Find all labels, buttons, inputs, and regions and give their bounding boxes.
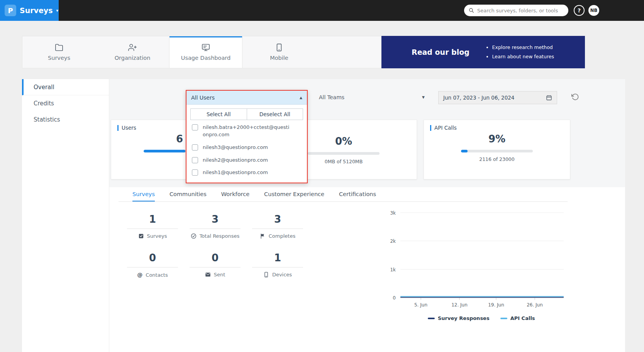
stat-label: Sent	[214, 272, 225, 278]
users-filter-panel: Select All Deselect All nilesh.batra+200…	[186, 105, 307, 183]
deselect-all-button[interactable]: Deselect All	[247, 108, 303, 120]
user-option[interactable]: nilesh1@questionpro.com	[190, 165, 303, 178]
line-chart: 3k 2k 1k 0 5. Jun 12. Jun 19. Jun 26. Ju…	[385, 206, 566, 322]
tab-mobile[interactable]: Mobile	[242, 36, 316, 68]
user-option-label: nilesh3@questionpro.com	[203, 144, 268, 151]
user-option[interactable]: nilesh3@questionpro.com	[190, 140, 303, 153]
select-all-button[interactable]: Select All	[190, 108, 247, 120]
blog-banner[interactable]: Read our blog Explore research method Le…	[381, 36, 585, 68]
sidebar-item-overall[interactable]: Overall	[22, 79, 109, 95]
content-tab-workforce[interactable]: Workforce	[221, 187, 249, 201]
users-filter-dropdown[interactable]: All Users ▲	[186, 91, 307, 105]
stat-sent: 0 Sent	[190, 252, 241, 278]
banner-bullet: Learn about new features	[492, 52, 554, 61]
stat-value: 0	[127, 252, 178, 267]
stat-contacts: 0 @ Contacts	[127, 252, 178, 278]
accent-bar	[430, 125, 431, 131]
sidebar-item-credits[interactable]: Credits	[22, 95, 109, 112]
date-range-picker[interactable]: Jun 07, 2023 - Jun 06, 2024	[438, 91, 557, 104]
user-option-checkbox[interactable]	[192, 157, 198, 163]
stat-value: 0	[190, 252, 241, 267]
tab-label: Surveys	[48, 55, 70, 61]
tab-label: Mobile	[270, 55, 288, 61]
y-tick: 2k	[390, 239, 396, 244]
teams-filter-dropdown[interactable]: All Teams ▼	[316, 91, 428, 103]
monitor-icon	[202, 43, 210, 52]
user-option-label: nilesh.batra+2000+cctest@questionpro.com	[203, 124, 292, 139]
legend-label: API Calls	[510, 315, 535, 321]
tab-surveys[interactable]: Surveys	[22, 36, 96, 68]
chevron-down-icon: ▼	[422, 95, 425, 99]
content-tab-certifications[interactable]: Certifications	[339, 187, 376, 201]
content-tab-communities[interactable]: Communities	[169, 187, 207, 201]
help-button[interactable]: ?	[574, 5, 585, 16]
chart-legend: Survey Responses API Calls	[428, 315, 535, 321]
stat-value: 3	[190, 213, 241, 229]
stat-value: 1	[252, 252, 303, 267]
user-option-checkbox[interactable]	[192, 144, 198, 151]
topbar: P Surveys ▾ ? NB	[0, 0, 644, 21]
rotate-ccw-icon	[571, 93, 579, 101]
legend-label: Survey Responses	[438, 315, 490, 321]
stat-total-responses: 3 Total Responses	[190, 213, 241, 239]
legend-survey-responses[interactable]: Survey Responses	[428, 315, 490, 321]
y-tick: 3k	[390, 210, 396, 216]
banner-bullets: Explore research method Learn about new …	[485, 43, 554, 61]
stat-surveys: 1 Surveys	[127, 213, 178, 239]
folder-icon	[55, 43, 63, 52]
reset-filters-button[interactable]	[571, 93, 581, 102]
global-search[interactable]	[464, 5, 568, 16]
user-option-checkbox[interactable]	[192, 169, 198, 176]
tab-usage-dashboard[interactable]: Usage Dashboard	[169, 36, 242, 68]
chevron-down-icon: ▾	[56, 8, 59, 13]
chevron-up-icon: ▲	[300, 96, 302, 100]
y-tick: 1k	[390, 267, 396, 272]
user-option[interactable]: nilesh.batra+2000+cctest@questionpro.com	[190, 120, 303, 140]
progress-fill	[461, 150, 468, 152]
questionpro-logo-icon: P	[5, 5, 16, 16]
sidebar-item-label: Credits	[34, 100, 54, 107]
usage-chart: 3k 2k 1k 0 5. Jun 12. Jun 19. Jun 26. Ju…	[385, 206, 566, 322]
user-option-checkbox[interactable]	[192, 124, 198, 130]
accent-bar	[117, 125, 119, 131]
storage-progress-bar	[308, 152, 380, 155]
stat-value: 3	[252, 213, 303, 229]
tab-label: Organization	[115, 55, 151, 61]
card-title-row: API Calls	[424, 120, 570, 131]
content-tabs: Surveys Communities Workforce Customer E…	[119, 187, 568, 202]
api-calls-value: 9%	[424, 133, 570, 145]
search-icon	[469, 8, 474, 13]
envelope-icon	[205, 272, 211, 278]
sidebar-item-statistics[interactable]: Statistics	[22, 112, 109, 128]
at-icon: @	[137, 272, 142, 278]
dashboard-sidebar: Overall Credits Statistics	[22, 79, 109, 352]
legend-swatch-icon	[500, 318, 507, 319]
module-tabs: Surveys Organization Usage Dashboard M	[22, 36, 381, 68]
search-input[interactable]	[477, 8, 564, 14]
users-filter-highlight: All Users ▲ Select All Deselect All nile…	[186, 90, 308, 183]
banner-bullet: Explore research method	[492, 43, 554, 52]
content-tab-surveys[interactable]: Surveys	[132, 187, 155, 201]
stat-completes: 3 Completes	[252, 213, 303, 239]
stat-devices: 1 Devices	[252, 252, 303, 278]
legend-swatch-icon	[428, 318, 435, 319]
help-label: ?	[578, 7, 581, 14]
content-tab-customer-experience[interactable]: Customer Experience	[264, 187, 324, 201]
sidebar-item-label: Overall	[34, 84, 54, 91]
circle-check-icon	[191, 233, 197, 239]
card-title: API Calls	[434, 125, 457, 131]
user-option[interactable]: nilesh2@questionpro.com	[190, 153, 303, 166]
ballot-check-icon	[138, 233, 144, 239]
stat-label: Devices	[272, 272, 292, 278]
user-plus-icon	[128, 43, 137, 52]
y-tick: 0	[393, 295, 396, 301]
product-switcher[interactable]: P Surveys ▾	[0, 0, 59, 21]
legend-api-calls[interactable]: API Calls	[500, 315, 535, 321]
x-tick: 5. Jun	[414, 302, 427, 308]
avatar[interactable]: NB	[588, 5, 599, 16]
banner-title: Read our blog	[412, 48, 469, 56]
teams-filter-value: All Teams	[319, 94, 344, 100]
x-tick: 19. Jun	[488, 302, 504, 308]
product-name: Surveys	[20, 6, 53, 15]
tab-organization[interactable]: Organization	[96, 36, 169, 68]
